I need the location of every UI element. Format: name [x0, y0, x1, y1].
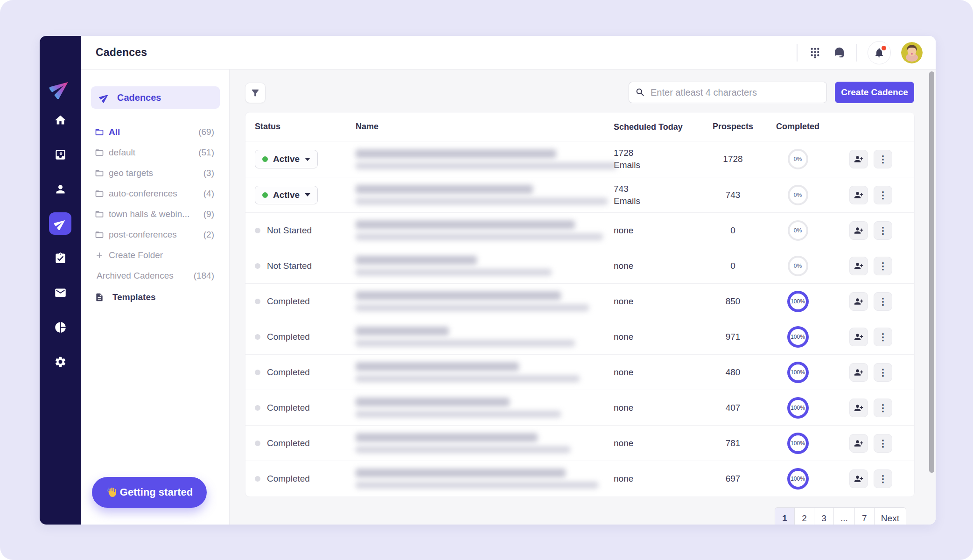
scheduled-value: none	[614, 473, 699, 485]
rail-item-contacts[interactable]	[49, 178, 71, 200]
table-row[interactable]: Completednone480100%⋮	[245, 354, 914, 390]
table-row[interactable]: Active743Emails7430%⋮	[245, 177, 914, 212]
dialpad-icon[interactable]	[808, 46, 822, 60]
sidebar-item-label: Cadences	[117, 92, 161, 103]
prospects-value: 697	[699, 474, 767, 484]
rail-item-home[interactable]	[49, 109, 71, 131]
folder-item-auto-conferences[interactable]: auto-conferences(4)	[81, 183, 229, 204]
row-menu-button[interactable]: ⋮	[874, 434, 892, 453]
reports-icon	[54, 321, 67, 334]
row-menu-button[interactable]: ⋮	[874, 221, 892, 240]
status-dot	[255, 370, 260, 375]
folder-item-town-halls-webin-[interactable]: town halls & webin...(9)	[81, 204, 229, 224]
prospects-value: 971	[699, 332, 767, 342]
scheduled-value: Emails	[614, 159, 699, 171]
prospects-value: 0	[699, 261, 767, 271]
completed-progress-ring: 100%	[787, 326, 809, 348]
add-prospects-button[interactable]	[849, 292, 868, 311]
row-menu-button[interactable]: ⋮	[874, 292, 892, 311]
page-button-7[interactable]: 7	[854, 507, 875, 525]
rail-item-tasks[interactable]	[49, 247, 71, 269]
support-headset-icon[interactable]	[832, 46, 846, 60]
app-logo[interactable]	[49, 77, 71, 99]
row-menu-button[interactable]: ⋮	[874, 399, 892, 417]
rail-item-cadences[interactable]	[49, 212, 71, 235]
add-prospects-button[interactable]	[849, 221, 868, 240]
getting-started-button[interactable]: Getting started	[92, 477, 207, 508]
notification-badge	[882, 46, 886, 50]
sidebar-item-cadences[interactable]: Cadences	[91, 86, 220, 109]
table-row[interactable]: Completednone781100%⋮	[245, 425, 914, 461]
folder-item-all[interactable]: All(69)	[81, 122, 229, 142]
page-button-next[interactable]: Next	[874, 507, 906, 525]
create-cadence-button[interactable]: Create Cadence	[835, 82, 914, 103]
add-prospects-button[interactable]	[849, 469, 868, 488]
scheduled-value: none	[614, 295, 699, 308]
folder-item-geo-targets[interactable]: geo targets(3)	[81, 163, 229, 183]
page-button-1[interactable]: 1	[775, 507, 795, 525]
folder-icon	[95, 189, 104, 198]
add-prospects-button[interactable]	[849, 150, 868, 168]
user-avatar[interactable]	[901, 42, 923, 63]
notifications-button[interactable]	[868, 41, 891, 64]
person-add-icon	[854, 190, 863, 200]
folder-count: (4)	[203, 189, 214, 199]
vertical-scrollbar[interactable]	[929, 71, 934, 473]
folder-icon	[95, 230, 104, 239]
paper-plane-icon	[98, 91, 112, 105]
kebab-icon: ⋮	[878, 368, 888, 377]
add-prospects-button[interactable]	[849, 257, 868, 275]
rail-item-settings[interactable]	[49, 350, 71, 373]
add-prospects-button[interactable]	[849, 328, 868, 346]
row-menu-button[interactable]: ⋮	[874, 150, 892, 168]
table-row[interactable]: Completednone971100%⋮	[245, 319, 914, 354]
folder-item-default[interactable]: default(51)	[81, 142, 229, 163]
icon-rail	[40, 36, 81, 525]
table-row[interactable]: Completednone407100%⋮	[245, 390, 914, 425]
status-dropdown[interactable]: Active	[255, 186, 318, 204]
rail-item-reports[interactable]	[49, 316, 71, 338]
add-prospects-button[interactable]	[849, 434, 868, 453]
scheduled-value: 1728	[614, 147, 699, 159]
table-row[interactable]: Active1728Emails17280%⋮	[245, 141, 914, 177]
search-input[interactable]	[629, 82, 827, 103]
filter-button[interactable]	[245, 83, 266, 103]
row-menu-button[interactable]: ⋮	[874, 186, 892, 204]
status-dropdown[interactable]: Active	[255, 150, 318, 168]
archived-cadences-item[interactable]: Archived Cadences(184)	[81, 266, 229, 286]
rail-item-emails[interactable]	[49, 281, 71, 304]
add-prospects-button[interactable]	[849, 399, 868, 417]
folder-item-post-conferences[interactable]: post-conferences(2)	[81, 224, 229, 245]
topbar-actions	[797, 41, 923, 64]
add-prospects-button[interactable]	[849, 363, 868, 382]
row-menu-button[interactable]: ⋮	[874, 363, 892, 382]
inbox-icon	[54, 148, 67, 161]
folder-label: town halls & webin...	[109, 209, 203, 219]
column-scheduled-today: Scheduled Today	[602, 121, 699, 133]
completed-progress-ring: 100%	[787, 397, 809, 419]
create-folder-button[interactable]: Create Folder	[81, 245, 229, 266]
table-row[interactable]: Completednone850100%⋮	[245, 283, 914, 319]
folder-count: (51)	[198, 147, 214, 158]
folder-icon	[95, 148, 104, 157]
cadence-name-redacted	[346, 256, 602, 276]
rail-item-inbox[interactable]	[49, 143, 71, 166]
table-row[interactable]: Completednone697100%⋮	[245, 461, 914, 496]
page-button-3[interactable]: 3	[814, 507, 834, 525]
chevron-down-icon	[305, 193, 310, 196]
row-menu-button[interactable]: ⋮	[874, 257, 892, 275]
scheduled-value: Emails	[614, 195, 699, 207]
kebab-icon: ⋮	[878, 332, 888, 342]
page-button-...[interactable]: ...	[833, 507, 855, 525]
folder-icon	[95, 168, 104, 178]
main-content: Create Cadence Status Name Scheduled Tod…	[230, 70, 936, 525]
table-row[interactable]: Not Startednone00%⋮	[245, 212, 914, 248]
table-row[interactable]: Not Startednone00%⋮	[245, 248, 914, 283]
row-menu-button[interactable]: ⋮	[874, 469, 892, 488]
row-menu-button[interactable]: ⋮	[874, 328, 892, 346]
page-button-2[interactable]: 2	[794, 507, 814, 525]
sidebar-item-templates[interactable]: Templates	[81, 287, 229, 308]
add-prospects-button[interactable]	[849, 186, 868, 204]
create-folder-label: Create Folder	[109, 250, 214, 260]
completed-progress-ring: 0%	[788, 149, 808, 169]
